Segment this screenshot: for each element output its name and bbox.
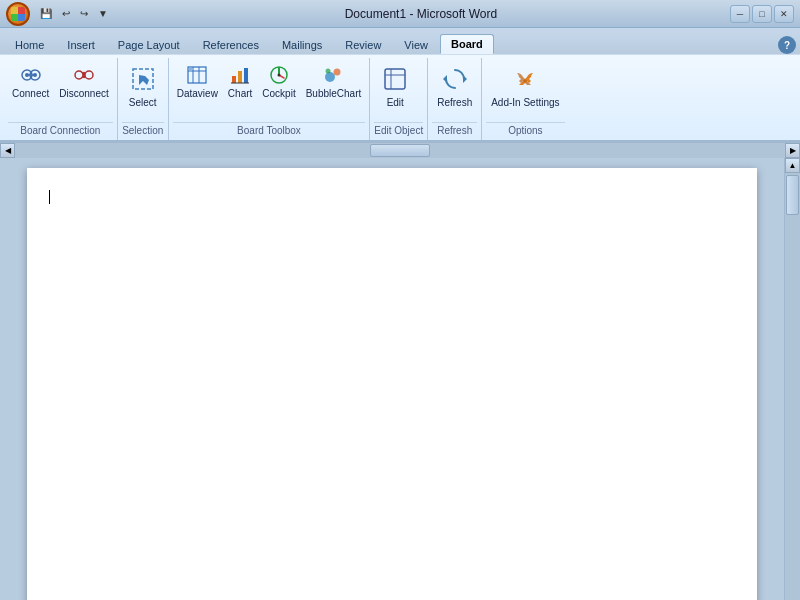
- bubblechart-button[interactable]: BubbleChart: [302, 60, 366, 102]
- ribbon-group-board-connection: Connect Disconnect Board Connection: [4, 58, 118, 140]
- selection-group-label: Selection: [122, 122, 164, 138]
- document-area: ▲ ▲ ▼: [0, 158, 800, 600]
- selection-buttons: Select: [122, 60, 164, 122]
- tab-insert[interactable]: Insert: [56, 35, 106, 54]
- disconnect-label: Disconnect: [59, 88, 108, 99]
- scroll-track[interactable]: [785, 173, 800, 600]
- office-logo-icon: [11, 7, 25, 21]
- refresh-button[interactable]: Refresh: [432, 60, 477, 112]
- disconnect-icon: [72, 63, 96, 87]
- addin-settings-button[interactable]: Add-In Settings: [486, 60, 564, 112]
- tab-page-layout[interactable]: Page Layout: [107, 35, 191, 54]
- svg-point-21: [325, 72, 335, 82]
- edit-icon: [379, 63, 411, 95]
- text-cursor: [49, 190, 50, 204]
- board-connection-buttons: Connect Disconnect: [8, 60, 113, 122]
- ribbon-group-options: Add-In Settings Options: [482, 58, 568, 140]
- restore-button[interactable]: □: [752, 5, 772, 23]
- addin-settings-icon: [509, 63, 541, 95]
- svg-marker-28: [443, 75, 447, 83]
- ribbon-group-refresh: Refresh Refresh: [428, 58, 482, 140]
- addin-settings-label: Add-In Settings: [491, 97, 559, 109]
- board-connection-group-label: Board Connection: [8, 122, 113, 138]
- minimize-button[interactable]: ─: [730, 5, 750, 23]
- h-scroll-thumb[interactable]: [370, 144, 430, 157]
- svg-rect-16: [238, 71, 242, 83]
- refresh-buttons: Refresh: [432, 60, 477, 122]
- chart-label: Chart: [228, 88, 252, 99]
- connect-icon: [19, 63, 43, 87]
- tab-review[interactable]: Review: [334, 35, 392, 54]
- cockpit-label: Cockpit: [262, 88, 295, 99]
- tab-references[interactable]: References: [192, 35, 270, 54]
- connect-label: Connect: [12, 88, 49, 99]
- dataview-icon: [185, 63, 209, 87]
- refresh-label: Refresh: [437, 97, 472, 109]
- svg-rect-14: [189, 68, 192, 70]
- dataview-button[interactable]: Dataview: [173, 60, 222, 102]
- customize-quick-button[interactable]: ▼: [94, 7, 112, 20]
- select-label: Select: [129, 97, 157, 109]
- close-button[interactable]: ✕: [774, 5, 794, 23]
- window-title: Document1 - Microsoft Word: [112, 7, 730, 21]
- tab-home[interactable]: Home: [4, 35, 55, 54]
- select-button[interactable]: Select: [122, 60, 164, 112]
- tab-view[interactable]: View: [393, 35, 439, 54]
- office-button[interactable]: [6, 2, 30, 26]
- scroll-thumb[interactable]: [786, 175, 799, 215]
- horizontal-scrollbar: ◀ ▶: [0, 142, 800, 158]
- svg-point-3: [25, 73, 29, 77]
- svg-point-4: [33, 73, 37, 77]
- select-icon: [127, 63, 159, 95]
- svg-rect-15: [232, 76, 236, 83]
- options-buttons: Add-In Settings: [486, 60, 564, 122]
- svg-rect-24: [385, 69, 405, 89]
- title-bar-left: 💾 ↩ ↪ ▼: [6, 2, 112, 26]
- h-scroll-left-button[interactable]: ◀: [0, 143, 15, 158]
- ribbon-content: Connect Disconnect Board Connection: [0, 54, 800, 140]
- edit-button[interactable]: Edit: [374, 60, 416, 112]
- bubblechart-label: BubbleChart: [306, 88, 362, 99]
- board-toolbox-buttons: Dataview Chart: [173, 60, 366, 122]
- save-quick-button[interactable]: 💾: [36, 7, 56, 20]
- title-bar: 💾 ↩ ↪ ▼ Document1 - Microsoft Word ─ □ ✕: [0, 0, 800, 28]
- disconnect-button[interactable]: Disconnect: [55, 60, 112, 102]
- undo-quick-button[interactable]: ↩: [58, 7, 74, 20]
- refresh-icon: [439, 63, 471, 95]
- ribbon-group-edit-object: Edit Edit Object: [370, 58, 428, 140]
- help-button[interactable]: ?: [778, 36, 796, 54]
- quick-access-toolbar: 💾 ↩ ↪ ▼: [36, 7, 112, 20]
- window-controls: ─ □ ✕: [730, 5, 794, 23]
- svg-point-22: [334, 69, 341, 76]
- tab-mailings[interactable]: Mailings: [271, 35, 333, 54]
- refresh-group-label: Refresh: [432, 122, 477, 138]
- ribbon: Home Insert Page Layout References Maili…: [0, 28, 800, 142]
- chart-button[interactable]: Chart: [224, 60, 256, 102]
- document-scroll-area[interactable]: [0, 158, 784, 600]
- svg-point-20: [277, 74, 280, 77]
- cockpit-button[interactable]: Cockpit: [258, 60, 299, 102]
- document-page[interactable]: [27, 168, 757, 600]
- bubblechart-icon: [321, 63, 345, 87]
- svg-marker-27: [463, 75, 467, 83]
- scroll-up-button[interactable]: ▲: [785, 158, 800, 173]
- tab-board[interactable]: Board: [440, 34, 494, 54]
- redo-quick-button[interactable]: ↪: [76, 7, 92, 20]
- h-scroll-track[interactable]: [15, 143, 785, 158]
- options-group-label: Options: [486, 122, 564, 138]
- board-toolbox-group-label: Board Toolbox: [173, 122, 366, 138]
- svg-point-6: [85, 71, 93, 79]
- chart-icon: [228, 63, 252, 87]
- connect-button[interactable]: Connect: [8, 60, 53, 102]
- ribbon-group-selection: Select Selection: [118, 58, 169, 140]
- edit-label: Edit: [387, 97, 404, 109]
- ribbon-group-board-toolbox: Dataview Chart: [169, 58, 371, 140]
- svg-point-5: [75, 71, 83, 79]
- cockpit-icon: [267, 63, 291, 87]
- h-scroll-right-button[interactable]: ▶: [785, 143, 800, 158]
- edit-object-group-label: Edit Object: [374, 122, 423, 138]
- svg-point-23: [326, 69, 331, 74]
- vertical-scrollbar: ▲ ▲ ▼: [784, 158, 800, 600]
- dataview-label: Dataview: [177, 88, 218, 99]
- tabs-bar: Home Insert Page Layout References Maili…: [0, 28, 800, 54]
